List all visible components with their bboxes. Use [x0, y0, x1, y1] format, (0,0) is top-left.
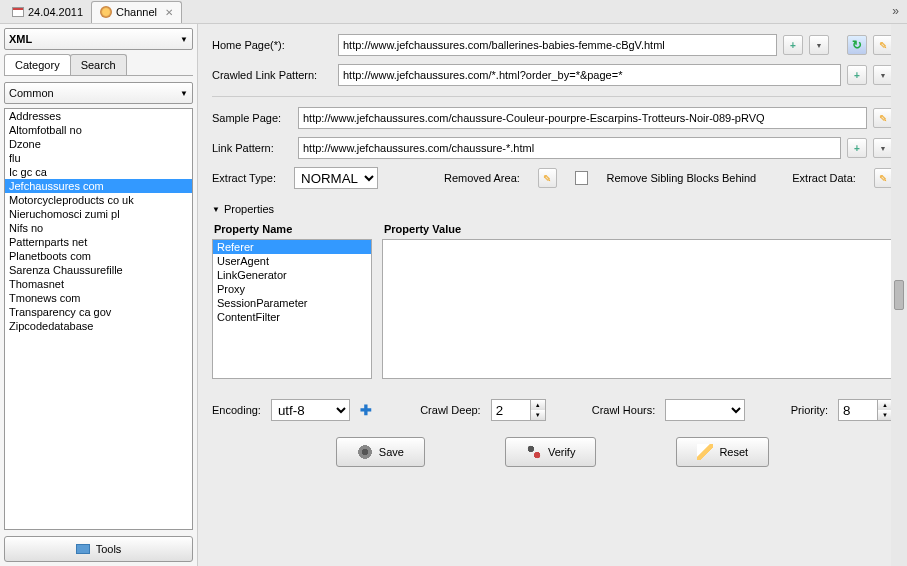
tools-label: Tools	[96, 543, 122, 555]
tools-icon	[76, 544, 90, 554]
source-list[interactable]: AddressesAltomfotball noDzonefluIc gc ca…	[4, 108, 193, 530]
property-item[interactable]: ContentFilter	[213, 310, 371, 324]
minimize-icon[interactable]: »	[892, 4, 899, 18]
removed-area-edit-icon[interactable]	[538, 168, 557, 188]
list-item[interactable]: Addresses	[5, 109, 192, 123]
save-icon	[357, 444, 373, 460]
sample-page-label: Sample Page:	[212, 112, 292, 124]
priority-input[interactable]	[838, 399, 878, 421]
verify-label: Verify	[548, 446, 576, 458]
property-name-header: Property Name	[212, 221, 372, 237]
list-item[interactable]: Altomfotball no	[5, 123, 192, 137]
chevron-down-icon[interactable]: ▼	[531, 410, 545, 420]
home-edit-icon[interactable]	[873, 35, 893, 55]
list-item[interactable]: Nieruchomosci zumi pl	[5, 207, 192, 221]
property-name-list[interactable]: RefererUserAgentLinkGeneratorProxySessio…	[212, 239, 372, 379]
editor-tab-bar: 24.04.2011 Channel ✕ »	[0, 0, 907, 24]
list-item[interactable]: Jefchaussures com	[5, 179, 192, 193]
chevron-down-icon[interactable]: ▼	[878, 410, 892, 420]
crawl-hours-select[interactable]	[665, 399, 744, 421]
property-value-area[interactable]	[382, 239, 893, 379]
encoding-select[interactable]: utf-8	[271, 399, 350, 421]
tab-date[interactable]: 24.04.2011	[4, 1, 91, 23]
reset-icon	[697, 444, 713, 460]
xml-combo[interactable]: XML	[4, 28, 193, 50]
vertical-scrollbar[interactable]	[891, 24, 907, 566]
home-page-label: Home Page(*):	[212, 39, 332, 51]
link-pattern-add-button[interactable]	[847, 138, 867, 158]
save-label: Save	[379, 446, 404, 458]
crawled-link-dropdown[interactable]	[873, 65, 893, 85]
tab-search[interactable]: Search	[70, 54, 127, 75]
chevron-up-icon[interactable]: ▲	[531, 400, 545, 410]
scrollbar-thumb[interactable]	[894, 280, 904, 310]
list-item[interactable]: Nifs no	[5, 221, 192, 235]
properties-toggle[interactable]: Properties	[212, 203, 893, 215]
reset-label: Reset	[719, 446, 748, 458]
sample-page-edit-icon[interactable]	[873, 108, 893, 128]
calendar-icon	[12, 7, 24, 17]
right-panel: Home Page(*): Crawled Link Pattern: Samp…	[198, 24, 907, 566]
extract-type-label: Extract Type:	[212, 172, 276, 184]
priority-spinner[interactable]: ▲▼	[838, 399, 893, 421]
list-item[interactable]: Zipcodedatabase	[5, 319, 192, 333]
left-panel: XML Category Search Common AddressesAlto…	[0, 24, 198, 566]
tab-channel-label: Channel	[116, 6, 157, 18]
list-item[interactable]: Tmonews com	[5, 291, 192, 305]
home-page-add-button[interactable]	[783, 35, 803, 55]
property-item[interactable]: SessionParameter	[213, 296, 371, 310]
list-item[interactable]: Sarenza Chaussurefille	[5, 263, 192, 277]
tab-category[interactable]: Category	[4, 54, 71, 75]
sample-page-input[interactable]	[298, 107, 867, 129]
common-combo-label: Common	[9, 87, 54, 99]
crawl-deep-input[interactable]	[491, 399, 531, 421]
verify-button[interactable]: Verify	[505, 437, 597, 467]
tools-button[interactable]: Tools	[4, 536, 193, 562]
crawled-link-add-button[interactable]	[847, 65, 867, 85]
extract-type-select[interactable]: NORMAL	[294, 167, 378, 189]
property-value-header: Property Value	[382, 221, 893, 237]
home-page-dropdown[interactable]	[809, 35, 829, 55]
crawled-link-label: Crawled Link Pattern:	[212, 69, 332, 81]
tab-date-label: 24.04.2011	[28, 6, 83, 18]
list-item[interactable]: Dzone	[5, 137, 192, 151]
list-item[interactable]: Patternparts net	[5, 235, 192, 249]
home-page-input[interactable]	[338, 34, 777, 56]
list-item[interactable]: flu	[5, 151, 192, 165]
crawled-link-input[interactable]	[338, 64, 841, 86]
sub-tabs: Category Search	[4, 54, 193, 76]
reset-button[interactable]: Reset	[676, 437, 769, 467]
list-item[interactable]: Transparency ca gov	[5, 305, 192, 319]
save-button[interactable]: Save	[336, 437, 425, 467]
remove-sibling-label: Remove Sibling Blocks Behind	[606, 172, 756, 184]
xml-combo-label: XML	[9, 33, 32, 45]
list-item[interactable]: Ic gc ca	[5, 165, 192, 179]
extract-data-label: Extract Data:	[792, 172, 856, 184]
home-refresh-icon[interactable]	[847, 35, 867, 55]
link-pattern-dropdown[interactable]	[873, 138, 893, 158]
chevron-up-icon[interactable]: ▲	[878, 400, 892, 410]
encoding-add-icon[interactable]	[358, 401, 374, 419]
crawl-deep-label: Crawl Deep:	[420, 404, 481, 416]
encoding-label: Encoding:	[212, 404, 261, 416]
property-item[interactable]: Referer	[213, 240, 371, 254]
channel-icon	[100, 6, 112, 18]
tab-channel[interactable]: Channel ✕	[91, 1, 182, 23]
link-pattern-input[interactable]	[298, 137, 841, 159]
crawl-deep-spinner[interactable]: ▲▼	[491, 399, 546, 421]
priority-label: Priority:	[791, 404, 828, 416]
properties-label: Properties	[224, 203, 274, 215]
property-item[interactable]: Proxy	[213, 282, 371, 296]
property-item[interactable]: LinkGenerator	[213, 268, 371, 282]
crawl-hours-label: Crawl Hours:	[592, 404, 656, 416]
list-item[interactable]: Thomasnet	[5, 277, 192, 291]
verify-icon	[526, 444, 542, 460]
remove-sibling-checkbox[interactable]	[575, 171, 588, 185]
list-item[interactable]: Motorcycleproducts co uk	[5, 193, 192, 207]
common-combo[interactable]: Common	[4, 82, 193, 104]
property-item[interactable]: UserAgent	[213, 254, 371, 268]
list-item[interactable]: Planetboots com	[5, 249, 192, 263]
close-icon[interactable]: ✕	[165, 7, 173, 18]
removed-area-label: Removed Area:	[444, 172, 520, 184]
link-pattern-label: Link Pattern:	[212, 142, 292, 154]
